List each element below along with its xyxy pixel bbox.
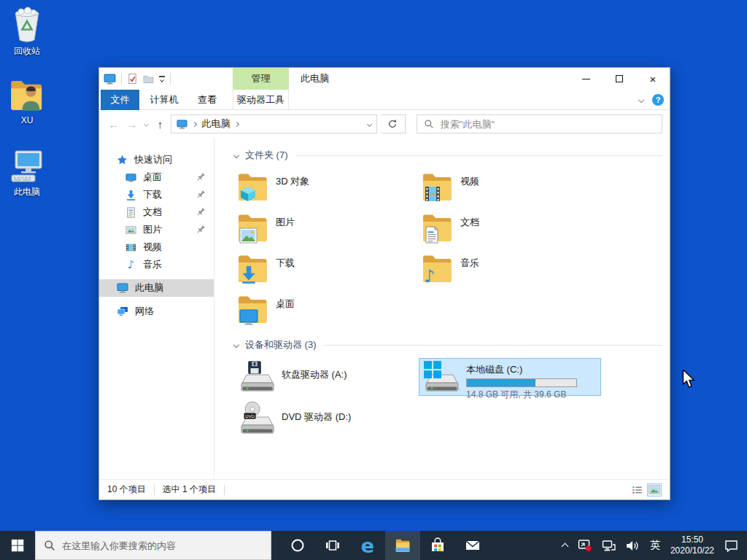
drive-tile-floppy-a[interactable]: 软盘驱动器 (A:) [234, 358, 417, 396]
tray-volume-button[interactable] [621, 531, 645, 560]
pin-icon [196, 173, 205, 182]
large-icons-view-button[interactable] [647, 483, 662, 497]
folder-tile-desktop[interactable]: 桌面 [234, 291, 419, 332]
explorer-search-input[interactable] [441, 119, 655, 130]
cortana-button[interactable] [280, 531, 315, 560]
qat-separator [170, 73, 171, 85]
desktop-icon-user-folder[interactable]: XU [0, 77, 54, 125]
navigation-pane: 快速访问 桌面 下载 文档 图片 [99, 138, 214, 479]
section-header-devices[interactable]: 设备和驱动器 (3) [234, 338, 662, 352]
sidebar-item-videos[interactable]: 视频 [99, 238, 214, 256]
clock-date: 2020/10/22 [670, 545, 714, 556]
breadcrumb-chevron-icon[interactable] [192, 121, 197, 126]
window-title: 此电脑 [301, 68, 329, 90]
tray-overflow-button[interactable] [557, 531, 573, 560]
edge-button[interactable]: e [350, 531, 385, 560]
back-button[interactable]: ← [107, 118, 121, 131]
address-breadcrumb[interactable]: 此电脑 [171, 114, 377, 133]
collapse-section-icon[interactable] [233, 152, 239, 158]
desktop-icon-recycle-bin[interactable]: 回收站 [0, 6, 54, 56]
collapse-ribbon-icon[interactable] [638, 97, 644, 103]
breadcrumb-chevron-icon[interactable] [234, 121, 239, 126]
videos-icon [125, 242, 136, 253]
folder-tile-documents[interactable]: 文档 [419, 209, 603, 250]
titlebar: 管理 此电脑 × [99, 68, 670, 90]
address-bar-row: ← → ↑ 此电脑 [99, 110, 670, 138]
sidebar-item-this-pc[interactable]: 此电脑 [99, 279, 214, 297]
quick-access-toolbar [104, 71, 171, 87]
desktop-icon-label: XU [0, 115, 54, 125]
tab-file[interactable]: 文件 [101, 90, 139, 110]
sidebar-item-music[interactable]: ♪ 音乐 [99, 256, 214, 273]
folder-tile-music[interactable]: ♪ 音乐 [419, 250, 603, 291]
pin-icon [196, 208, 205, 217]
forward-button[interactable]: → [125, 118, 139, 131]
refresh-button[interactable] [381, 114, 406, 133]
speaker-icon [626, 540, 640, 552]
minimize-button[interactable] [569, 68, 603, 90]
sidebar-item-documents[interactable]: 文档 [99, 203, 214, 221]
cast-icon [578, 539, 592, 552]
microsoft-store-button[interactable] [420, 531, 455, 560]
tile-label: 图片 [276, 216, 295, 229]
sidebar-item-downloads[interactable]: 下载 [99, 186, 214, 203]
tray-network-button[interactable] [597, 531, 621, 560]
folder-tile-videos[interactable]: 视频 [419, 168, 603, 209]
details-view-button[interactable] [630, 483, 644, 497]
maximize-button[interactable] [603, 68, 636, 90]
sidebar-item-network[interactable]: 网络 [99, 303, 214, 320]
drive-tile-dvd-d[interactable]: DVD DVD 驱动器 (D:) [234, 400, 417, 438]
tile-label: 文档 [460, 216, 479, 229]
this-pc-mini-icon [177, 119, 187, 130]
explorer-search-box[interactable] [417, 114, 662, 133]
section-header-folders[interactable]: 文件夹 (7) [234, 148, 662, 163]
sidebar-item-desktop[interactable]: 桌面 [99, 168, 214, 186]
drive-tile-local-c[interactable]: 本地磁盘 (C:) 14.8 GB 可用, 共 39.6 GB [419, 358, 601, 396]
taskbar-search-input[interactable] [62, 540, 263, 551]
window-controls: × [569, 68, 670, 90]
folder-tile-pictures[interactable]: 图片 [234, 209, 419, 250]
file-explorer-button[interactable] [385, 531, 420, 560]
ime-indicator[interactable]: 英 [645, 531, 665, 560]
contextual-tab-header[interactable]: 管理 [233, 68, 289, 90]
tab-computer[interactable]: 计算机 [144, 90, 185, 110]
pin-icon [196, 225, 205, 234]
picture-icon [239, 228, 258, 244]
tray-cast-notification-button[interactable] [573, 531, 597, 560]
user-folder-icon [9, 77, 44, 113]
collapse-section-icon[interactable] [233, 342, 239, 348]
mouse-cursor [681, 370, 696, 389]
selected-count: 选中 1 个项目 [163, 483, 216, 496]
folder-tile-3d-objects[interactable]: 3D 对象 [234, 168, 419, 209]
customize-qat-dropdown-icon[interactable] [159, 76, 165, 82]
taskbar-search-box[interactable] [35, 531, 271, 560]
tab-view[interactable]: 查看 [187, 90, 227, 110]
help-icon[interactable]: ? [652, 94, 664, 106]
windows-start-icon [11, 539, 24, 552]
windows-logo-icon [423, 360, 442, 379]
taskbar-clock[interactable]: 15:50 2020/10/22 [665, 531, 719, 560]
task-view-button[interactable] [315, 531, 350, 560]
address-dropdown-icon[interactable] [367, 121, 372, 126]
properties-icon[interactable] [127, 73, 138, 85]
breadcrumb-path[interactable]: 此电脑 [201, 117, 230, 131]
desktop-icon-this-pc[interactable]: 此电脑 [0, 148, 54, 197]
clock-time: 15:50 [681, 534, 703, 545]
action-center-button[interactable] [719, 531, 747, 560]
folders-grid: 3D 对象 视频 图片 文档 [234, 168, 670, 332]
sidebar-item-pictures[interactable]: 图片 [99, 221, 214, 238]
recent-locations-icon[interactable] [144, 121, 149, 126]
start-button[interactable] [0, 531, 35, 560]
folder-tile-downloads[interactable]: 下载 [234, 250, 419, 291]
mail-button[interactable] [455, 531, 490, 560]
up-button[interactable]: ↑ [153, 118, 168, 131]
tab-drive-tools[interactable]: 驱动器工具 [233, 90, 289, 110]
close-button[interactable]: × [636, 68, 670, 90]
sidebar-item-label: 文档 [143, 206, 162, 219]
window-system-icon[interactable] [104, 73, 116, 85]
new-folder-icon[interactable] [143, 73, 154, 85]
tile-label: 视频 [460, 175, 479, 188]
sidebar-item-quick-access[interactable]: 快速访问 [99, 151, 214, 168]
search-icon [424, 119, 434, 129]
status-separator [224, 485, 225, 495]
